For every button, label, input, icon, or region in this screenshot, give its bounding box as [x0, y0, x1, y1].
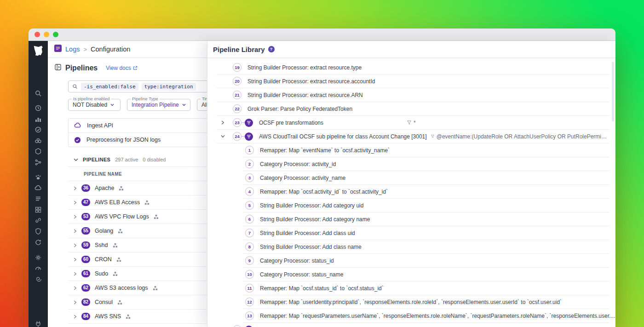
chevron-right-icon[interactable] [220, 120, 225, 125]
pipeline-library-panel: Pipeline Library ? 19 String Builder Pro… [207, 41, 615, 327]
synthetics-icon[interactable] [34, 239, 42, 246]
subpipeline-label[interactable]: AWS CloudTrail OCSF sub pipeline for cla… [259, 133, 427, 140]
chevron-right-icon[interactable] [74, 215, 77, 219]
close-window-button[interactable] [34, 32, 40, 37]
processor-row[interactable]: 9 Category Processor: status_id [243, 254, 610, 268]
processor-row[interactable]: 20 String Builder Processor: extract res… [217, 75, 610, 88]
list-item-label[interactable]: Ingest API [87, 122, 113, 129]
chevron-right-icon[interactable] [74, 272, 77, 276]
pipeline-name[interactable]: AWS S3 access logs [95, 285, 148, 291]
processor-row[interactable]: 2 Category Processor: activity_id [243, 157, 610, 171]
processor-row[interactable]: 4 Remapper: Map `ocsf.activity_id` to `o… [243, 185, 610, 199]
pipeline-name[interactable]: Golang [95, 228, 113, 234]
active-count: 297 active [115, 157, 138, 162]
processor-row[interactable]: 19 String Builder Processor: extract res… [217, 61, 610, 75]
chevron-right-icon[interactable] [74, 186, 77, 190]
pipelines-icon[interactable] [34, 275, 42, 283]
search-token[interactable]: type:integration [142, 83, 196, 91]
processor-row[interactable]: 1 Remapper: Map `eventName` to `ocsf.act… [243, 143, 610, 157]
search-icon[interactable] [34, 90, 42, 97]
chevron-right-icon[interactable] [74, 201, 77, 205]
chevron-down-icon[interactable] [74, 158, 78, 161]
search-icon [72, 84, 78, 89]
subpipeline-row[interactable]: 23 OCSF pre transformations * [217, 116, 610, 130]
processor-row[interactable]: 10 Category Processor: status_name [243, 268, 610, 281]
logs-icon[interactable] [34, 195, 42, 202]
panel-toggle-icon[interactable] [54, 63, 62, 73]
group-title: PIPELINES [83, 157, 110, 162]
pipeline-name[interactable]: Consul [95, 299, 113, 305]
chevron-right-icon[interactable] [74, 300, 77, 304]
processor-row[interactable]: 7 String Builder Processor: Add class ui… [243, 226, 610, 240]
dashboards-icon[interactable] [34, 206, 42, 213]
subpipeline-row[interactable]: 24 AWS CloudTrail OCSF sub pipeline for … [217, 130, 610, 143]
processor-row[interactable]: 8 String Builder Processor: Add class na… [243, 240, 610, 254]
metrics-icon[interactable] [34, 115, 42, 123]
pipeline-name[interactable]: Apache [95, 185, 114, 191]
processor-number-badge: 22 [233, 104, 242, 113]
chevron-right-icon[interactable] [74, 229, 77, 233]
zoom-window-button[interactable] [53, 32, 58, 37]
monitors-icon[interactable] [34, 126, 42, 133]
window-titlebar[interactable] [29, 29, 615, 41]
pipeline-count-badge: 53 [81, 213, 90, 220]
view-docs-label[interactable]: View docs [106, 65, 131, 71]
chevron-right-icon[interactable] [74, 258, 77, 262]
settings-icon[interactable] [34, 254, 42, 261]
paw-icon[interactable] [34, 173, 42, 181]
pipeline-count-badge: 60 [81, 256, 90, 263]
chevron-right-icon[interactable] [74, 286, 77, 290]
pipeline-name[interactable]: AWS VPC Flow Logs [95, 213, 149, 220]
plugin-icon[interactable] [34, 320, 42, 327]
integration-icon [119, 186, 124, 191]
processor-row[interactable]: 3 Category Processor: activity_name [243, 171, 610, 185]
processor-number-badge: 8 [245, 242, 254, 251]
breadcrumb-section[interactable]: Logs [65, 46, 80, 53]
gauge-icon[interactable] [34, 264, 42, 272]
is-pipeline-enabled-dropdown[interactable]: Is pipeline enabled NOT Disabled [68, 99, 121, 111]
security-icon[interactable] [34, 228, 42, 235]
search-token[interactable]: -is_enabled:false [81, 83, 138, 91]
pipeline-name[interactable]: CRON [95, 256, 112, 263]
pipeline-icon [245, 132, 253, 141]
processor-row[interactable]: 13 Remapper: Map `requestParameters.user… [243, 309, 610, 323]
pipeline-type-dropdown[interactable]: Pipeline Type Integration Pipeline [127, 99, 190, 111]
processor-row[interactable]: 6 String Builder Processor: Add category… [243, 212, 610, 226]
pipeline-name[interactable]: AWS ELB Access [95, 199, 140, 206]
processor-row[interactable]: 11 Remapper: Map `ocsf.status_id` to `oc… [243, 281, 610, 295]
scrollbar-thumb[interactable] [612, 62, 614, 121]
pipeline-name[interactable]: Sshd [95, 242, 108, 248]
chevron-right-icon[interactable] [74, 243, 77, 247]
minimize-window-button[interactable] [44, 32, 49, 37]
dropdown-value[interactable]: Integration Pipeline [132, 102, 179, 108]
pipeline-name[interactable]: AWS SNS [95, 313, 121, 320]
list-item-label[interactable]: Preprocessing for JSON logs [86, 137, 161, 143]
watchdog-icon[interactable] [34, 137, 42, 144]
pipeline-name[interactable]: Sudo [95, 270, 108, 277]
integrations-icon[interactable] [34, 217, 42, 224]
dropdown-label: Is pipeline enabled [72, 96, 111, 101]
subpipeline-row-partial[interactable] [217, 323, 610, 327]
processor-row[interactable]: 21 String Builder Processor: extract res… [217, 88, 610, 102]
datadog-logo-icon[interactable] [32, 44, 45, 57]
pipeline-count-badge: 62 [81, 284, 90, 292]
chevron-right-icon[interactable] [74, 315, 77, 319]
processor-number-badge: 4 [245, 187, 254, 196]
infrastructure-icon[interactable] [34, 148, 42, 155]
processor-row[interactable]: 12 Remapper: Map `userIdentity.principal… [243, 295, 610, 309]
search-input[interactable]: -is_enabled:false type:integration [68, 80, 223, 92]
subpipeline-label[interactable]: OCSF pre transformations [259, 120, 407, 126]
history-icon[interactable] [34, 104, 42, 112]
dropdown-value[interactable]: NOT Disabled [73, 102, 107, 108]
processor-row[interactable]: 22 Grok Parser: Parse Policy FederatedTo… [217, 102, 610, 116]
integration-icon [117, 300, 122, 305]
processor-row[interactable]: 5 String Builder Processor: Add category… [243, 199, 610, 212]
cloud-icon[interactable] [34, 184, 42, 192]
subpipeline-filter: @eventName:(UpdateRole OR AttachUserPoli… [431, 133, 610, 140]
view-docs-link[interactable]: View docs [106, 65, 137, 71]
integration-icon [144, 200, 150, 205]
chevron-down-icon[interactable] [220, 134, 225, 139]
apm-icon[interactable] [34, 159, 42, 166]
help-icon[interactable]: ? [268, 46, 275, 52]
pipeline-count-badge: 47 [81, 199, 90, 206]
